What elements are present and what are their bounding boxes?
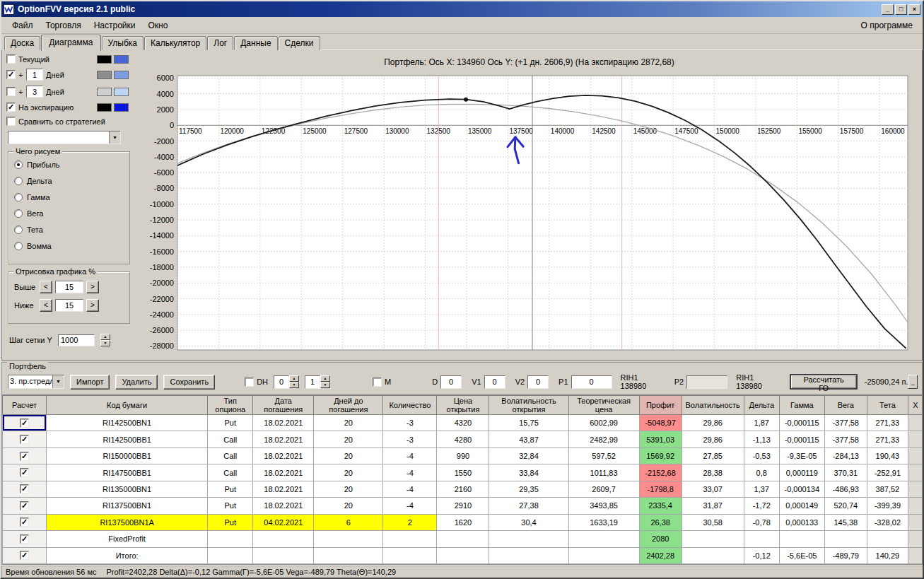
cell-profit[interactable]: 5391,03 [639,431,682,448]
cell-theta[interactable] [867,531,908,547]
cell-theo[interactable]: 1633,19 [568,514,639,530]
calc-go-button[interactable]: Рассчитать ГО [790,374,857,390]
curve-checkbox-4[interactable] [6,117,16,126]
column-header-1[interactable]: Код бумаги [47,396,208,415]
spinner-up-icon[interactable]: ▲ [100,334,110,340]
draw-option-4[interactable]: Тета [14,226,125,234]
cell-days[interactable]: 20 [314,431,383,448]
cell-open[interactable]: 4320 [437,415,489,431]
cell-expiry[interactable]: 18.02.2021 [253,464,314,481]
cell-theo[interactable] [568,547,639,564]
tab-0[interactable]: Доска [4,36,40,50]
cell-openVol[interactable]: 29,35 [489,481,568,497]
cell-delta[interactable]: -0,12 [744,547,779,564]
tab-1[interactable]: Диаграмма [41,35,100,51]
calc-cell[interactable]: ✓ [3,531,47,547]
cell-days[interactable]: 20 [314,481,383,497]
row-checkbox-3[interactable]: ✓ [20,468,29,477]
cell-gamma[interactable]: -5,6E-05 [779,547,824,564]
cell-vol[interactable]: 29,86 [682,415,744,431]
cell-delta[interactable]: 1,37 [744,481,779,497]
increase-button[interactable]: > [86,281,99,293]
row-delete-cell[interactable] [908,431,922,448]
cell-vol[interactable]: 33,07 [682,481,744,497]
cell-open[interactable]: 1620 [437,514,489,530]
radio-icon[interactable] [14,193,23,201]
cell-days[interactable]: 20 [314,464,383,481]
dh-spin2-input[interactable] [305,375,320,389]
cell-qty[interactable]: -4 [383,481,437,497]
cell-gamma[interactable] [779,531,824,547]
decrease-button[interactable]: < [40,299,52,312]
tab-4[interactable]: Лог [207,36,233,50]
cell-qty[interactable]: -4 [383,498,437,514]
curve-checkbox-3[interactable]: ✓ [6,103,16,112]
calc-cell[interactable]: ✓ [3,547,47,564]
cell-open[interactable]: 2910 [437,498,489,514]
spinner-down-icon[interactable]: ▼ [100,340,110,346]
cell-expiry[interactable]: 18.02.2021 [253,448,314,464]
cell-expiry[interactable]: 18.02.2021 [253,498,314,514]
cell-profit[interactable]: -2152,68 [639,464,682,481]
cell-qty[interactable]: -4 [383,464,437,481]
cell-theo[interactable]: 6002,99 [568,415,639,431]
strategy-dropdown[interactable]: ▼ [8,131,121,144]
cell-qty[interactable]: -3 [383,415,437,431]
row-delete-cell[interactable] [908,448,922,464]
cell-gamma[interactable]: 0,000133 [779,514,824,530]
chevron-down-icon[interactable]: ▼ [52,375,64,388]
cell-expiry[interactable]: 04.02.2021 [253,514,314,530]
column-header-9[interactable]: Профит [639,396,682,415]
cell-delta[interactable]: -0,53 [744,448,779,464]
cell-openVol[interactable] [489,547,568,564]
cell-open[interactable]: 4280 [437,431,489,448]
calc-cell[interactable]: ✓ [3,514,47,530]
column-header-3[interactable]: Датапогашения [253,396,314,415]
column-header-2[interactable]: Типопциона [208,396,253,415]
row-delete-cell[interactable] [908,547,922,564]
p2-input[interactable] [686,375,727,389]
cell-days[interactable]: 20 [314,498,383,514]
import-button[interactable]: Импорт [70,375,110,390]
cell-open[interactable] [437,531,489,547]
tab-2[interactable]: Улыбка [102,36,144,50]
cell-code[interactable]: RI150000BB1 [47,448,208,464]
curve-checkbox-2[interactable] [6,87,16,96]
cell-type[interactable]: Put [208,415,253,431]
column-header-8[interactable]: Теоретическаяцена [568,396,639,415]
cell-type[interactable]: Call [208,464,253,481]
column-header-14[interactable]: Тета [867,396,908,415]
calc-cell[interactable]: ✓ [3,431,47,448]
cell-theta[interactable]: -328,02 [867,514,908,530]
decrease-button[interactable]: < [40,281,52,293]
cell-expiry[interactable] [253,531,314,547]
maximize-button[interactable]: □ [895,4,907,15]
cell-expiry[interactable]: 18.02.2021 [253,481,314,497]
cell-code[interactable]: RI137500BN1 [47,498,208,514]
menu-item-3[interactable]: Окно [142,18,175,33]
cell-days[interactable]: 20 [314,415,383,431]
column-header-6[interactable]: Ценаоткрытия [437,396,489,415]
cell-code[interactable]: RI142500BB1 [47,431,208,448]
cell-gamma[interactable]: -0,000115 [779,431,824,448]
tab-3[interactable]: Калькулятор [144,36,206,50]
radio-icon[interactable] [14,177,23,185]
cell-code[interactable]: RI135000BN1 [47,481,208,497]
row-checkbox-4[interactable]: ✓ [20,484,29,493]
cell-theo[interactable]: 3493,85 [568,498,639,514]
column-header-13[interactable]: Вега [824,396,867,415]
cell-openVol[interactable]: 30,4 [489,514,568,530]
radio-icon[interactable] [14,242,23,250]
grid-step-input[interactable] [58,334,95,346]
cell-vol[interactable]: 28,38 [682,464,744,481]
cell-openVol[interactable] [489,531,568,547]
cell-open[interactable]: 1550 [437,464,489,481]
cell-delta[interactable]: -0,78 [744,514,779,530]
cell-gamma[interactable]: -0,000134 [779,481,824,497]
cell-gamma[interactable]: 0,000149 [779,498,824,514]
cell-delta[interactable]: -1,13 [744,431,779,448]
cell-profit[interactable]: 2335,4 [639,498,682,514]
cell-gamma[interactable]: 0,000119 [779,464,824,481]
increase-button[interactable]: > [86,299,99,312]
cell-type[interactable]: Call [208,431,253,448]
